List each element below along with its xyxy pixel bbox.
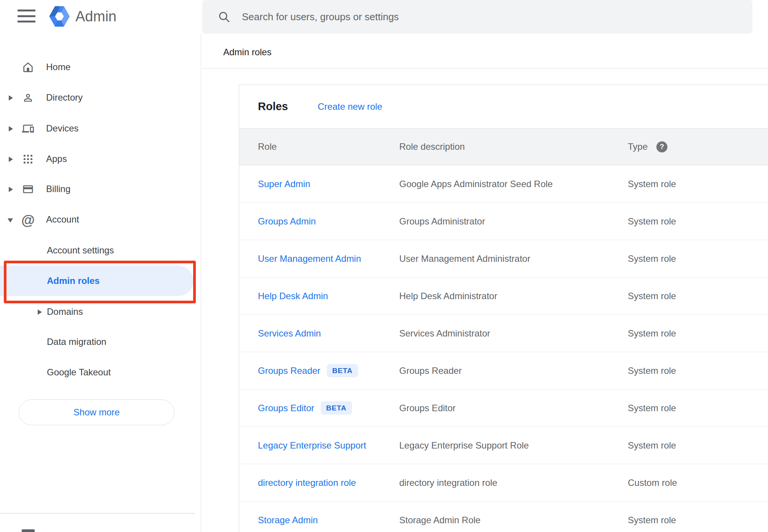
role-link[interactable]: Services Admin — [258, 328, 321, 339]
credit-card-icon — [22, 183, 34, 195]
sidebar-item-devices[interactable]: Devices — [0, 113, 201, 144]
role-link[interactable]: Help Desk Admin — [258, 291, 328, 301]
table-row: directory integration role directory int… — [239, 464, 768, 502]
table-row: User Management Admin User Management Ad… — [239, 240, 768, 277]
role-link[interactable]: Groups Editor — [258, 403, 314, 413]
role-type: System role — [628, 352, 676, 389]
role-type: System role — [628, 315, 676, 352]
roles-card: Roles Create new role Role Role descript… — [239, 85, 768, 532]
role-type: System role — [628, 277, 676, 314]
sidebar-bottom-divider — [0, 513, 195, 514]
role-description: Google Apps Administrator Seed Role — [399, 165, 553, 202]
sidebar-item-admin-roles[interactable]: Admin roles — [0, 266, 194, 296]
role-link[interactable]: Groups Admin — [258, 216, 316, 227]
role-type: Custom role — [628, 464, 677, 501]
table-row: Storage Admin Storage Admin Role System … — [239, 502, 768, 532]
hamburger-menu-icon[interactable] — [18, 10, 35, 22]
role-description: Groups Reader — [399, 352, 462, 389]
table-row: Services Admin Services Administrator Sy… — [239, 315, 768, 352]
beta-badge: BETA — [321, 401, 352, 415]
at-sign-icon: @ — [21, 212, 35, 228]
table-header-row: Role Role description Type ? — [239, 128, 768, 165]
role-description: Groups Administrator — [399, 203, 485, 240]
sidebar-item-data-migration[interactable]: Data migration — [0, 327, 201, 357]
role-cell: Groups Reader BETA — [258, 352, 358, 389]
role-description: Storage Admin Role — [399, 502, 480, 532]
column-header-role: Role — [258, 128, 277, 165]
role-description: directory integration role — [399, 464, 497, 501]
role-cell: Groups Admin — [258, 203, 316, 240]
admin-logo-icon — [48, 5, 70, 28]
expand-arrow-icon[interactable] — [9, 95, 13, 101]
help-icon[interactable]: ? — [656, 141, 667, 152]
sidebar-item-google-takeout[interactable]: Google Takeout — [0, 357, 201, 388]
search-icon — [218, 10, 230, 23]
role-link[interactable]: Groups Reader — [258, 365, 320, 376]
role-description: Services Administrator — [399, 315, 490, 352]
sidebar-item-billing[interactable]: Billing — [0, 174, 201, 204]
content-divider — [202, 68, 768, 69]
role-type: System role — [628, 427, 676, 464]
expand-arrow-icon[interactable] — [9, 157, 13, 162]
role-cell: directory integration role — [258, 464, 356, 501]
home-icon — [22, 61, 34, 73]
expand-arrow-icon[interactable] — [38, 309, 42, 315]
role-description: User Management Administrator — [399, 240, 530, 277]
role-type: System role — [628, 165, 676, 202]
column-header-role-description: Role description — [399, 128, 465, 165]
role-cell: Super Admin — [258, 165, 310, 202]
search-input[interactable] — [241, 11, 700, 23]
app-title: Admin — [75, 8, 117, 25]
table-row: Legacy Enterprise Support Legacy Enterpr… — [239, 427, 768, 464]
apps-grid-icon — [22, 153, 34, 165]
google-admin-console: Admin Admin roles Home Directory Devices — [0, 0, 768, 532]
table-row: Groups Admin Groups Administrator System… — [239, 203, 768, 240]
column-header-type: Type ? — [628, 128, 667, 165]
role-link[interactable]: User Management Admin — [258, 253, 361, 264]
card-title: Roles — [258, 85, 288, 128]
role-link[interactable]: Storage Admin — [258, 515, 318, 526]
table-row: Help Desk Admin Help Desk Administrator … — [239, 277, 768, 315]
role-description: Legacy Enterprise Support Role — [399, 427, 529, 464]
role-cell: Legacy Enterprise Support — [258, 427, 366, 464]
role-description: Help Desk Administrator — [399, 277, 497, 314]
role-link[interactable]: directory integration role — [258, 478, 356, 488]
sidebar-item-directory[interactable]: Directory — [0, 82, 201, 113]
role-link[interactable]: Super Admin — [258, 179, 310, 189]
role-description: Groups Editor — [399, 389, 456, 426]
role-type: System role — [628, 203, 676, 240]
show-more-button[interactable]: Show more — [19, 399, 174, 425]
roles-card-header: Roles Create new role — [239, 85, 768, 128]
sidebar-item-account-settings[interactable]: Account settings — [0, 235, 201, 266]
person-icon — [22, 92, 34, 104]
role-cell: Help Desk Admin — [258, 277, 328, 314]
devices-icon — [22, 123, 34, 135]
sidebar-item-home[interactable]: Home — [0, 52, 201, 82]
expand-arrow-icon[interactable] — [9, 187, 13, 192]
role-cell: Storage Admin — [258, 502, 318, 532]
role-type: System role — [628, 389, 676, 426]
sidebar-item-domains[interactable]: Domains — [0, 296, 201, 327]
search-bar[interactable] — [202, 0, 752, 34]
table-row: Groups Editor BETA Groups Editor System … — [239, 389, 768, 427]
role-cell: Services Admin — [258, 315, 321, 352]
table-row: Groups Reader BETA Groups Reader System … — [239, 352, 768, 389]
beta-badge: BETA — [327, 364, 358, 377]
table-row: Super Admin Google Apps Administrator Se… — [239, 165, 768, 203]
role-type: System role — [628, 502, 676, 532]
create-new-role-link[interactable]: Create new role — [318, 85, 382, 128]
role-type: System role — [628, 240, 676, 277]
role-cell: Groups Editor BETA — [258, 389, 352, 426]
breadcrumb: Admin roles — [223, 47, 272, 58]
sidebar-divider — [201, 34, 201, 532]
role-cell: User Management Admin — [258, 240, 361, 277]
partial-sidebar-icon — [22, 529, 35, 532]
sidebar-item-apps[interactable]: Apps — [0, 144, 201, 174]
sidebar-item-account[interactable]: @ Account — [0, 204, 201, 235]
collapse-arrow-icon[interactable] — [8, 218, 13, 223]
expand-arrow-icon[interactable] — [9, 126, 13, 131]
role-link[interactable]: Legacy Enterprise Support — [258, 440, 366, 451]
roles-table-body: Super Admin Google Apps Administrator Se… — [239, 165, 768, 532]
